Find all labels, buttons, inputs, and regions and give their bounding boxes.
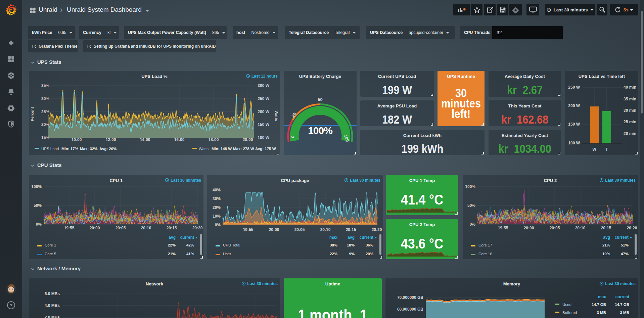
- svg-text:30%: 30%: [41, 96, 49, 101]
- svg-text:21%: 21%: [168, 252, 176, 256]
- svg-text:10%: 10%: [213, 214, 221, 219]
- svg-text:50%: 50%: [467, 203, 475, 208]
- svg-text:51%: 51%: [621, 243, 629, 247]
- svg-text:14.7 GB: 14.7 GB: [592, 303, 606, 307]
- svg-text:20:10: 20:10: [141, 226, 151, 230]
- svg-text:38%: 38%: [330, 243, 337, 247]
- svg-text:41%: 41%: [186, 252, 194, 256]
- svg-text:avg: avg: [169, 235, 176, 240]
- svg-text:300 W: 300 W: [258, 83, 269, 88]
- svg-text:Max: 278 W: Max: 278 W: [233, 147, 254, 151]
- svg-text:22%: 22%: [168, 243, 176, 247]
- svg-text:0%: 0%: [36, 222, 42, 227]
- svg-text:100%: 100%: [465, 184, 475, 189]
- svg-text:20:15: 20:15: [346, 227, 356, 232]
- svg-text:max: max: [598, 294, 606, 299]
- svg-text:40%: 40%: [213, 188, 221, 192]
- svg-text:current: current: [615, 235, 629, 240]
- svg-text:4.0 MBs: 4.0 MBs: [45, 303, 60, 308]
- svg-text:36%: 36%: [366, 243, 373, 247]
- svg-text:19:55: 19:55: [498, 226, 508, 230]
- svg-text:20%: 20%: [366, 252, 373, 256]
- svg-text:15%: 15%: [41, 135, 49, 140]
- svg-text:18%: 18%: [347, 243, 355, 247]
- svg-text:0%: 0%: [215, 223, 221, 227]
- svg-text:100%: 100%: [308, 125, 332, 136]
- svg-text:2.0 MBs: 2.0 MBs: [45, 315, 60, 318]
- svg-text:35%: 35%: [41, 83, 49, 88]
- svg-text:Watts: Watts: [274, 111, 278, 121]
- svg-text:Core 17: Core 17: [478, 243, 492, 247]
- svg-text:Core 16: Core 16: [478, 252, 492, 256]
- svg-text:max: max: [329, 235, 337, 240]
- svg-text:0%: 0%: [470, 222, 476, 227]
- svg-text:Percent: Percent: [30, 107, 34, 121]
- svg-text:14.7 GB: 14.7 GB: [615, 303, 629, 307]
- svg-text:20%: 20%: [41, 122, 49, 127]
- svg-text:30%: 30%: [213, 196, 221, 201]
- svg-text:Min: 17%: Min: 17%: [61, 147, 78, 151]
- svg-text:Watts: Watts: [199, 147, 209, 151]
- svg-text:Avg: 20%: Avg: 20%: [99, 147, 117, 151]
- svg-text:3 MB: 3 MB: [620, 311, 629, 315]
- svg-text:20:10: 20:10: [575, 226, 586, 230]
- svg-text:50: 50: [318, 97, 322, 102]
- svg-text:20:15: 20:15: [167, 226, 177, 230]
- svg-text:100 W: 100 W: [258, 135, 269, 140]
- svg-text:20:00: 20:00: [243, 137, 253, 142]
- svg-text:20:05: 20:05: [116, 226, 126, 230]
- svg-text:20: 20: [290, 111, 297, 118]
- svg-text:60.000000 GB: 60.000000 GB: [397, 307, 423, 312]
- svg-text:12:00: 12:00: [106, 137, 116, 142]
- svg-text:20:20: 20:20: [627, 226, 637, 230]
- svg-text:3 MB: 3 MB: [597, 311, 606, 315]
- svg-text:UPS Load: UPS Load: [41, 147, 59, 151]
- svg-text:19:55: 19:55: [64, 226, 75, 230]
- svg-text:20:10: 20:10: [320, 227, 331, 232]
- svg-text:avg: avg: [603, 235, 610, 240]
- svg-text:21%: 21%: [602, 243, 610, 247]
- svg-text:Core 5: Core 5: [45, 252, 56, 256]
- svg-text:9%: 9%: [349, 252, 355, 256]
- svg-text:Buffered: Buffered: [562, 311, 577, 315]
- svg-text:20:00: 20:00: [524, 226, 534, 230]
- svg-text:250 W: 250 W: [258, 96, 269, 101]
- svg-text:100%: 100%: [31, 184, 42, 189]
- svg-text:47%: 47%: [621, 252, 629, 256]
- svg-text:20:20: 20:20: [192, 226, 203, 230]
- svg-text:T: T: [605, 147, 608, 152]
- svg-text:16:00: 16:00: [174, 137, 185, 142]
- svg-text:100 W: 100 W: [568, 141, 580, 145]
- svg-text:40 min: 40 min: [624, 85, 636, 90]
- svg-text:19:55: 19:55: [243, 227, 254, 232]
- svg-text:70.000000 GB: 70.000000 GB: [397, 295, 423, 300]
- svg-text:20%: 20%: [213, 205, 221, 210]
- svg-text:200 W: 200 W: [568, 103, 580, 108]
- svg-text:Max: 32%: Max: 32%: [80, 147, 97, 151]
- svg-text:CPU Total: CPU Total: [223, 243, 240, 247]
- svg-text:20:05: 20:05: [294, 227, 305, 232]
- svg-text:avg: avg: [348, 235, 355, 240]
- svg-text:50%: 50%: [34, 203, 42, 208]
- svg-text:W: W: [592, 147, 596, 152]
- svg-text:current: current: [180, 235, 194, 240]
- svg-text:25%: 25%: [41, 109, 49, 114]
- svg-text:6.0 MBs: 6.0 MBs: [45, 291, 60, 296]
- svg-text:Avg: 175 W: Avg: 175 W: [255, 147, 276, 151]
- svg-text:150 W: 150 W: [568, 122, 580, 127]
- svg-text:200 W: 200 W: [258, 109, 269, 114]
- svg-text:current: current: [360, 235, 373, 240]
- svg-text:User: User: [223, 252, 231, 256]
- svg-text:42%: 42%: [186, 243, 194, 247]
- svg-text:Used: Used: [562, 303, 571, 307]
- svg-text:20:05: 20:05: [550, 226, 560, 230]
- svg-text:20:00: 20:00: [269, 227, 279, 232]
- svg-text:20:00: 20:00: [90, 226, 100, 230]
- svg-text:current: current: [615, 294, 629, 299]
- svg-text:10:00: 10:00: [72, 137, 82, 142]
- svg-text:Core 1: Core 1: [45, 243, 56, 247]
- svg-text:20:20: 20:20: [372, 227, 382, 232]
- svg-text:20:15: 20:15: [601, 226, 611, 230]
- svg-text:18:00: 18:00: [209, 137, 219, 142]
- svg-text:150 W: 150 W: [258, 122, 269, 127]
